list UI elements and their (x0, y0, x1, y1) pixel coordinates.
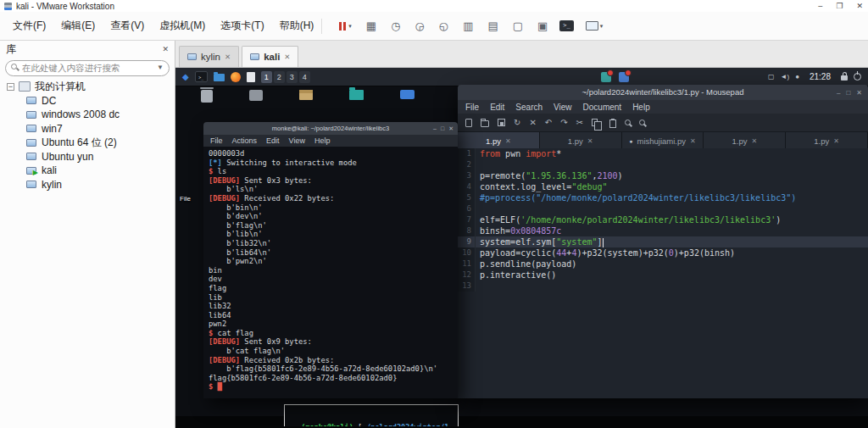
library-vm-win7[interactable]: win7 (0, 122, 175, 136)
search-input[interactable] (5, 60, 170, 76)
editor-tab-3[interactable]: 1.py✕ (704, 132, 786, 149)
mousepad-menu-view[interactable]: View (554, 103, 572, 112)
library-vm-dc[interactable]: DC (0, 94, 175, 108)
vm-tab-kylin[interactable]: kylin✕ (179, 46, 239, 67)
snapshot-manager-button[interactable]: ◵ (437, 19, 451, 33)
library-vm-kylin[interactable]: kylin (0, 178, 175, 192)
workspace-4[interactable]: 4 (299, 71, 310, 83)
close-button[interactable]: ✕ (856, 2, 863, 10)
terminal-output[interactable]: 0000003d[*] Switching to interactive mod… (203, 147, 458, 398)
display-tray-icon[interactable]: ▢ (768, 73, 775, 81)
cut-button[interactable]: ✂ (576, 118, 583, 127)
mousepad-minimize-button[interactable]: – (837, 89, 840, 97)
file-manager-launcher-icon[interactable] (214, 74, 225, 81)
volume-tray-icon[interactable]: ◄) (781, 73, 790, 81)
library-vm-ubuntu-yun[interactable]: Ubuntu yun (0, 150, 175, 164)
terminal-launcher-icon[interactable]: >_ (195, 71, 208, 82)
save-file-button[interactable] (498, 119, 505, 126)
terminal-title-bar[interactable]: monke@kali: ~/polard2024winter/likelibc3… (203, 122, 458, 135)
collapse-icon[interactable] (7, 83, 14, 91)
terminal-close-button[interactable]: ✕ (448, 125, 453, 132)
tab-close-icon[interactable]: ✕ (833, 137, 839, 145)
find-button[interactable] (625, 120, 631, 125)
snapshot-take-button[interactable]: ◷ (388, 19, 403, 33)
console-view-button[interactable]: ▢ (510, 19, 526, 33)
snapshot-revert-button[interactable]: ◶ (412, 19, 426, 33)
power-icon[interactable] (854, 73, 861, 81)
editor-tab-0[interactable]: 1.py✕ (458, 132, 540, 149)
show-library-button[interactable]: ▥ (460, 19, 476, 33)
terminal-menu-actions[interactable]: Actions (232, 136, 258, 145)
new-document-button[interactable] (465, 119, 472, 127)
workspace-3[interactable]: 3 (287, 71, 298, 83)
terminal-minimize-button[interactable]: – (433, 125, 437, 131)
find-replace-button[interactable] (639, 120, 645, 125)
mousepad-menu-document[interactable]: Document (583, 103, 622, 112)
terminal-menu-file[interactable]: File (210, 136, 223, 145)
messenger-tray-icon[interactable] (601, 72, 611, 82)
home-icon[interactable] (249, 90, 263, 101)
library-vm-kali[interactable]: ▶kali (0, 164, 175, 178)
editor-tab-1[interactable]: 1.py✕ (540, 132, 622, 149)
terminal-menu-help[interactable]: Help (314, 136, 331, 145)
notifications-tray-icon[interactable]: ● (795, 73, 799, 81)
menubar-item-4[interactable]: 选项卡(T) (213, 15, 271, 36)
suspend-button[interactable]: ▾ (336, 20, 354, 32)
fullscreen-button[interactable]: ▣ (535, 19, 550, 33)
menubar-item-1[interactable]: 编辑(E) (53, 15, 103, 36)
mousepad-menu-file[interactable]: File (465, 103, 479, 112)
editor-tab-4[interactable]: 1.py✕ (786, 132, 868, 149)
package-icon[interactable] (299, 90, 313, 100)
file-system-icon[interactable] (349, 90, 364, 100)
terminal-menu-view[interactable]: View (289, 136, 305, 145)
mousepad-title-bar[interactable]: ~/polard2024winter/likelibc3/1.py - Mous… (458, 85, 868, 100)
trash-icon[interactable] (201, 90, 213, 103)
paste-button[interactable] (609, 118, 616, 128)
open-file-button[interactable] (481, 119, 489, 127)
removable-drive-icon[interactable] (400, 90, 415, 99)
vm-display[interactable]: ◆>_ 1234 ▢◄)● 21:28 File ┌──(monke@kali)… (175, 68, 868, 428)
menubar-item-5[interactable]: 帮助(H) (272, 15, 322, 36)
vm-tab-kali[interactable]: kali✕ (242, 46, 298, 67)
library-vm-ubuntu-64-2-[interactable]: Ubuntu 64 位 (2) (0, 136, 175, 150)
search-dropdown-caret-icon[interactable]: ▼ (157, 64, 164, 71)
maximize-button[interactable]: ❐ (836, 2, 843, 10)
mousepad-menu-help[interactable]: Help (632, 103, 650, 112)
menubar-item-2[interactable]: 查看(V) (103, 15, 152, 36)
library-vm-windows-2008-dc[interactable]: windows 2008 dc (0, 108, 175, 122)
terminal-maximize-button[interactable]: □ (441, 125, 444, 131)
menubar-item-3[interactable]: 虚拟机(M) (152, 15, 213, 36)
lock-icon[interactable] (841, 75, 848, 81)
firefox-launcher-icon[interactable] (231, 72, 241, 82)
background-terminal[interactable]: ┌──(monke@kali)-[~/polard2024winter/1 └─… (284, 404, 459, 426)
editor-area[interactable]: 1from pwn import*23p=remote("1.95.36.136… (458, 148, 868, 398)
reload-button[interactable]: ↻ (514, 118, 520, 127)
tab-close-icon[interactable]: ✕ (587, 137, 593, 145)
redo-button[interactable]: ↷ (560, 118, 567, 127)
terminal-menu-edit[interactable]: Edit (266, 136, 280, 145)
minimize-button[interactable]: – (818, 2, 822, 10)
copy-button[interactable] (592, 119, 601, 126)
mousepad-close-button[interactable]: ✕ (856, 89, 862, 97)
text-editor-launcher-icon[interactable] (247, 72, 255, 82)
tab-close-icon[interactable]: ✕ (225, 53, 231, 61)
close-file-button[interactable]: ✕ (529, 118, 536, 127)
display-settings-button[interactable]: ▾ (583, 19, 606, 32)
library-close-icon[interactable]: ✕ (162, 45, 169, 53)
undo-button[interactable]: ↶ (545, 118, 552, 127)
ctrl-alt-del-button[interactable]: ▦ (364, 19, 379, 33)
show-thumbnails-button[interactable]: ▤ (485, 19, 500, 33)
mousepad-menu-search[interactable]: Search (515, 103, 542, 112)
mousepad-menu-edit[interactable]: Edit (490, 103, 504, 112)
mousepad-maximize-button[interactable]: □ (846, 89, 850, 97)
terminal-view-button[interactable]: >_ (559, 20, 573, 31)
tab-close-icon[interactable]: ✕ (505, 137, 511, 145)
workspace-2[interactable]: 2 (274, 71, 285, 83)
menubar-item-0[interactable]: 文件(F) (5, 15, 53, 36)
tab-close-icon[interactable]: ✕ (284, 53, 290, 61)
tab-close-icon[interactable]: ✕ (751, 137, 757, 145)
kali-menu-icon[interactable]: ◆ (182, 72, 189, 81)
editor-tab-2[interactable]: ●mishujiami.py✕ (622, 132, 704, 149)
tab-close-icon[interactable]: ✕ (690, 137, 696, 145)
updates-tray-icon[interactable] (619, 72, 629, 82)
